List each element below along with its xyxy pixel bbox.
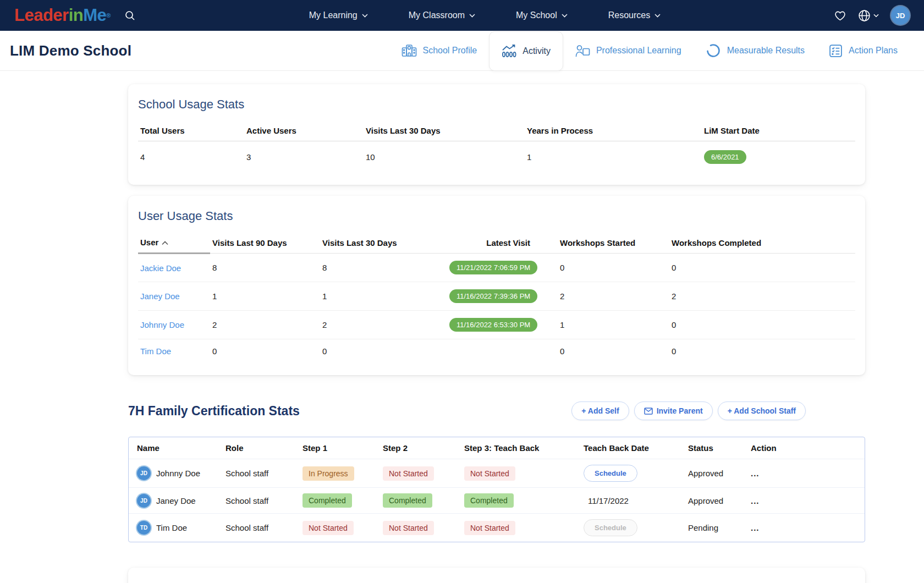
- years-in-process-value: 1: [525, 141, 702, 173]
- user-name-link[interactable]: Jackie Doe: [140, 263, 181, 273]
- visits-90-value: 2: [210, 311, 320, 339]
- certification-section-header: 7H Family Certification Stats + Add Self…: [128, 402, 865, 420]
- lim-start-date-badge: 6/6/2021: [704, 150, 746, 164]
- add-school-staff-button[interactable]: + Add School Staff: [718, 402, 806, 420]
- user-name-link[interactable]: Tim Doe: [140, 346, 171, 356]
- main-content: School Usage Stats Total Users Active Us…: [0, 84, 924, 583]
- column-header: Step 1: [299, 437, 380, 459]
- visits-30-value: 2: [320, 311, 447, 339]
- table-row: JDJaney Doe School staff Completed Compl…: [129, 488, 865, 514]
- column-header: Workshops Completed: [669, 232, 855, 254]
- status-value: Pending: [685, 514, 747, 542]
- tab-professional-learning[interactable]: Professional Learning: [563, 31, 694, 70]
- step1-status-badge: Completed: [302, 493, 352, 508]
- workshops-started-value: 2: [558, 282, 669, 311]
- chevron-down-icon: [469, 14, 475, 18]
- school-building-icon: [402, 44, 417, 57]
- chevron-down-icon: [654, 14, 661, 18]
- tab-label: Professional Learning: [596, 46, 681, 56]
- nav-item-my-learning[interactable]: My Learning: [309, 10, 368, 20]
- certification-table: Name Role Step 1 Step 2 Step 3: Teach Ba…: [129, 437, 865, 542]
- card-title: Notes: [138, 581, 855, 583]
- role-value: School staff: [222, 514, 299, 542]
- nav-item-my-classroom[interactable]: My Classroom: [409, 10, 475, 20]
- step2-status-badge: Completed: [383, 493, 432, 508]
- sort-ascending-icon: [162, 238, 168, 247]
- row-actions-menu-button[interactable]: ...: [751, 469, 760, 478]
- nav-item-my-school[interactable]: My School: [516, 10, 568, 20]
- tab-label: School Profile: [423, 46, 477, 56]
- user-name-link[interactable]: Janey Doe: [140, 292, 180, 301]
- nav-item-label: Resources: [608, 10, 650, 20]
- user-name-link[interactable]: Johnny Doe: [140, 320, 184, 329]
- tab-activity[interactable]: Activity: [489, 31, 563, 71]
- schedule-button[interactable]: Schedule: [584, 465, 637, 482]
- column-header: Workshops Started: [558, 232, 669, 254]
- tab-measurable-results[interactable]: Measurable Results: [694, 31, 817, 70]
- navbar-right-group: JD: [834, 6, 910, 25]
- workshops-started-value: 0: [558, 254, 669, 282]
- invite-parent-button[interactable]: Invite Parent: [634, 402, 713, 420]
- column-header: Total Users: [138, 120, 244, 141]
- row-actions-menu-button[interactable]: ...: [751, 496, 760, 505]
- column-header: Visits Last 90 Days: [210, 232, 320, 254]
- add-self-button[interactable]: + Add Self: [571, 402, 629, 420]
- language-globe-icon[interactable]: [858, 9, 879, 22]
- table-row: 4 3 10 1 6/6/2021: [138, 141, 855, 173]
- active-users-value: 3: [244, 141, 364, 173]
- status-value: Approved: [685, 488, 747, 514]
- logo-part-leader: Leader: [14, 6, 69, 25]
- user-avatar[interactable]: JD: [891, 6, 910, 25]
- nav-item-label: My School: [516, 10, 557, 20]
- latest-visit-badge: 11/21/2022 7:06:59 PM: [449, 261, 537, 274]
- table-row: TDTim Doe School staff Not Started Not S…: [129, 514, 865, 542]
- avatar: JD: [137, 494, 151, 508]
- column-header: Name: [129, 437, 222, 459]
- column-header: Years in Process: [525, 120, 702, 141]
- tab-school-profile[interactable]: School Profile: [389, 31, 490, 70]
- search-icon[interactable]: [125, 10, 135, 21]
- professional-learning-icon: [575, 45, 590, 57]
- nav-item-label: My Classroom: [409, 10, 465, 20]
- visits-90-value: 1: [210, 282, 320, 311]
- role-value: School staff: [222, 459, 299, 488]
- logo-part-me: Me: [83, 6, 106, 25]
- role-value: School staff: [222, 488, 299, 514]
- leaderinme-logo[interactable]: LeaderinMe®: [14, 6, 111, 25]
- avatar: TD: [137, 521, 151, 535]
- workshops-completed-value: 0: [669, 311, 855, 339]
- chevron-down-icon: [873, 14, 879, 18]
- column-header: Teach Back Date: [580, 437, 685, 459]
- tab-label: Action Plans: [849, 46, 898, 56]
- user-usage-table: User Visits Last 90 Days Visits Last 30 …: [138, 232, 855, 363]
- card-title: School Usage Stats: [138, 97, 855, 112]
- favorites-heart-icon[interactable]: [834, 10, 846, 21]
- school-usage-table: Total Users Active Users Visits Last 30 …: [138, 120, 855, 173]
- visits-30-value: 0: [320, 339, 447, 364]
- school-usage-stats-card: School Usage Stats Total Users Active Us…: [128, 84, 865, 185]
- logo-registered-mark: ®: [106, 12, 111, 19]
- column-header: Step 2: [380, 437, 461, 459]
- row-actions-menu-button[interactable]: ...: [751, 523, 760, 532]
- total-users-value: 4: [138, 141, 244, 173]
- latest-visit-badge: 11/16/2022 6:53:30 PM: [449, 318, 537, 332]
- staff-name: Johnny Doe: [156, 469, 200, 478]
- action-plans-checklist-icon: [829, 44, 843, 58]
- tab-action-plans[interactable]: Action Plans: [817, 31, 910, 70]
- table-row: Tim Doe 0 0 0 0: [138, 339, 855, 364]
- nav-item-resources[interactable]: Resources: [608, 10, 661, 20]
- notes-card: Notes: [128, 568, 865, 583]
- user-usage-stats-card: User Usage Stats User Visits Last 90 Day…: [128, 196, 865, 375]
- schedule-button-disabled: Schedule: [584, 519, 637, 536]
- card-title: User Usage Stats: [138, 209, 855, 223]
- tab-label: Activity: [522, 46, 551, 56]
- column-header-user-sortable[interactable]: User: [138, 232, 210, 254]
- column-header: Active Users: [244, 120, 364, 141]
- certification-table-container: Name Role Step 1 Step 2 Step 3: Teach Ba…: [128, 437, 865, 542]
- visits-30-value: 8: [320, 254, 447, 282]
- teach-back-date-value: 11/17/2022: [580, 488, 685, 514]
- table-row: JDJohnny Doe School staff In Progress No…: [129, 459, 865, 488]
- page-title: LIM Demo School: [10, 42, 131, 59]
- main-nav: My Learning My Classroom My School Resou…: [135, 10, 834, 20]
- step3-status-badge: Not Started: [464, 466, 515, 481]
